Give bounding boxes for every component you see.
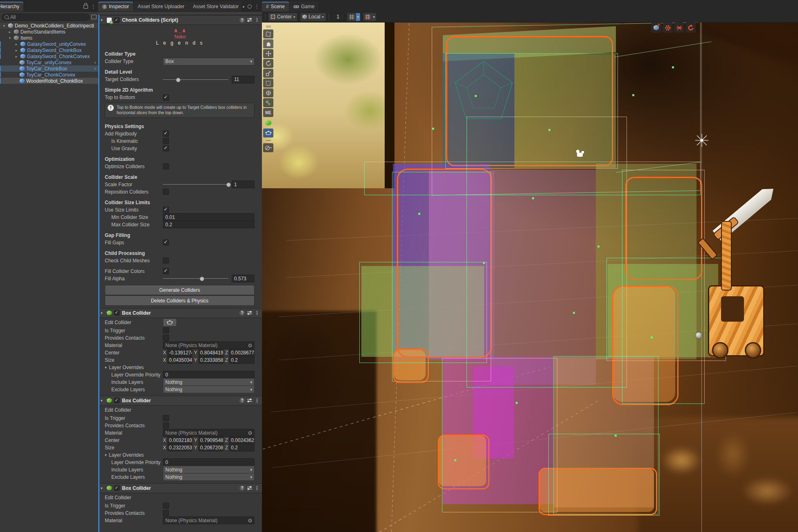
scene-viewport[interactable]: + [262,0,798,532]
exclude-layers-dropdown[interactable]: Nothing▾ [163,473,255,481]
tab-inspector[interactable]: i Inspector [98,2,133,11]
fill-gaps-checkbox[interactable] [163,239,169,246]
foldout-down-icon[interactable]: ▾ [101,399,105,403]
scene-menu-icon[interactable]: ⋮ [92,23,96,28]
hierarchy-item[interactable]: ▸ GalaxySword_unityConvex [0,41,98,47]
refresh-icon[interactable] [685,23,696,33]
top-to-bottom-checkbox[interactable] [163,95,169,101]
center-y-field[interactable]: 0.7909548 [198,436,223,444]
help-icon[interactable]: ? [239,398,245,403]
scale-factor-slider[interactable] [163,181,228,188]
use-size-limits-checkbox[interactable] [163,207,169,213]
component-header-box-collider-2[interactable]: ▾ Box Collider ? ⋮ [98,396,262,406]
grid-visibility-toggle[interactable]: ▾ [347,13,361,21]
object-picker-icon[interactable]: ⊙ [248,430,252,436]
component-menu-icon[interactable]: ⋮ [255,485,259,491]
hand-tool[interactable] [263,39,273,48]
hierarchy-window-icon[interactable] [91,15,97,19]
hierarchy-menu-icon[interactable]: ⋮ [91,4,96,9]
size-y-field[interactable]: 0.2333858 [198,356,223,364]
hierarchy-item[interactable]: ▸ DemoStandardItems [0,29,98,35]
gear-icon[interactable] [663,23,673,33]
target-colliders-slider[interactable] [163,76,228,83]
component-header-box-collider-1[interactable]: ▾ Box Collider ? ⋮ [98,308,262,318]
presets-icon[interactable] [247,311,252,316]
component-enabled-checkbox[interactable] [114,17,120,23]
snap-settings-toggle[interactable]: ▾ [363,13,376,21]
object-picker-icon[interactable]: ⊙ [248,518,252,523]
move-tool[interactable] [263,49,273,58]
material-object-field[interactable]: None (Physics Material)⊙ [163,341,255,349]
tab-scroll-right-icon[interactable]: ▸ [243,5,245,9]
reposition-colliders-checkbox[interactable] [163,189,169,195]
is-trigger-checkbox[interactable] [163,327,169,334]
edit-collider-button[interactable] [163,318,177,327]
size-z-field[interactable]: 0.2 [229,356,255,364]
hierarchy-item[interactable]: ToyCar_ChonkConvex [0,72,98,78]
scene-gizmo-icon[interactable] [575,148,585,159]
tab-hierarchy[interactable]: Hierarchy [0,2,23,11]
size-x-field[interactable]: 0.2322053 [167,444,192,451]
optimize-colliders-checkbox[interactable] [163,163,169,169]
hierarchy-item[interactable]: ▾ Items [0,35,98,41]
tab-game[interactable]: Game [289,2,319,11]
prefab-open-chevron-icon[interactable]: › [95,66,96,71]
help-icon[interactable]: ? [239,18,245,23]
generate-colliders-button[interactable]: Generate Colliders [105,286,255,295]
foldout-down-icon[interactable]: ▾ [7,36,12,40]
tab-asset-store-uploader[interactable]: Asset Store Uploader [133,2,188,11]
me-tool[interactable]: ME [263,108,273,117]
presets-icon[interactable] [247,398,252,403]
foldout-down-icon[interactable]: ▾ [101,311,105,315]
use-gravity-checkbox[interactable] [163,145,169,151]
material-object-field[interactable]: None (Physics Material)⊙ [163,429,255,437]
component-enabled-checkbox[interactable] [114,485,120,491]
grid-dropdown-icon[interactable]: ▾ [356,13,360,21]
rotate-tool[interactable] [263,59,273,68]
center-x-field[interactable]: -0.1391274 [167,349,192,356]
max-collider-size-field[interactable]: 0.2 [163,221,255,228]
tab-asset-store-validator[interactable]: Asset Store Validator [189,2,241,11]
prefab-open-chevron-icon[interactable]: › [95,60,96,65]
component-enabled-checkbox[interactable] [114,398,120,404]
foldout-down-icon[interactable]: ▾ [2,24,7,28]
size-z-field[interactable]: 0.2 [229,444,255,451]
hierarchy-item[interactable]: ▸ GalaxySword_ChonkConvex [0,53,98,59]
foldout-down-icon[interactable]: ▾ [101,486,105,490]
foldout-right-icon[interactable]: ▸ [14,48,19,52]
include-layers-dropdown[interactable]: Nothing▾ [163,466,255,473]
center-x-field[interactable]: 0.0032183 [167,436,192,444]
component-menu-icon[interactable]: ⋮ [255,398,259,404]
include-layers-dropdown[interactable]: Nothing▾ [163,378,255,386]
move-handle-sphere[interactable] [696,332,702,338]
view-cube-tool[interactable] [263,29,273,38]
presets-icon[interactable] [247,18,252,23]
center-z-field[interactable]: 0.0024362 [229,436,255,444]
check-child-meshes-checkbox[interactable] [163,257,169,264]
fill-alpha-slider[interactable] [163,275,228,282]
directional-light-gizmo[interactable] [695,133,709,147]
foldout-right-icon[interactable]: ▸ [14,54,19,59]
layer-overrides-foldout[interactable]: ▾Layer Overrides [98,364,262,371]
provides-contacts-checkbox[interactable] [163,422,169,428]
is-kinematic-checkbox[interactable] [163,138,169,144]
lock-icon[interactable] [83,5,88,9]
material-object-field[interactable]: None (Physics Material)⊙ [163,516,255,524]
component-enabled-checkbox[interactable] [114,310,120,316]
pivot-mode-dropdown[interactable]: Center▾ [268,13,298,21]
layer-overrides-foldout[interactable]: ▾Layer Overrides [98,451,262,459]
axis-burst-icon[interactable] [674,23,684,33]
help-icon[interactable]: ? [239,310,245,316]
component-header-box-collider-3[interactable]: ▾ Box Collider ? ⋮ [98,483,262,493]
fill-alpha-value[interactable]: 0.573 [232,275,255,282]
center-y-field[interactable]: 0.8048419 [198,349,223,356]
is-trigger-checkbox[interactable] [163,415,169,421]
provides-contacts-checkbox[interactable] [163,335,169,341]
hierarchy-item-selected[interactable]: ToyCar_ChonkBox › [0,65,98,72]
grid-snap-size-field[interactable]: 1 [331,13,345,21]
hierarchy-scene-row[interactable]: ▾ Demo_ChonkColliders_EditorInpecti ⋮ [0,23,98,29]
inspector-lock-icon[interactable] [248,5,252,9]
orientation-compass-tool[interactable] [263,143,273,152]
rect-tool[interactable] [263,79,273,88]
inspector-menu-icon[interactable]: ⋮ [255,4,259,9]
